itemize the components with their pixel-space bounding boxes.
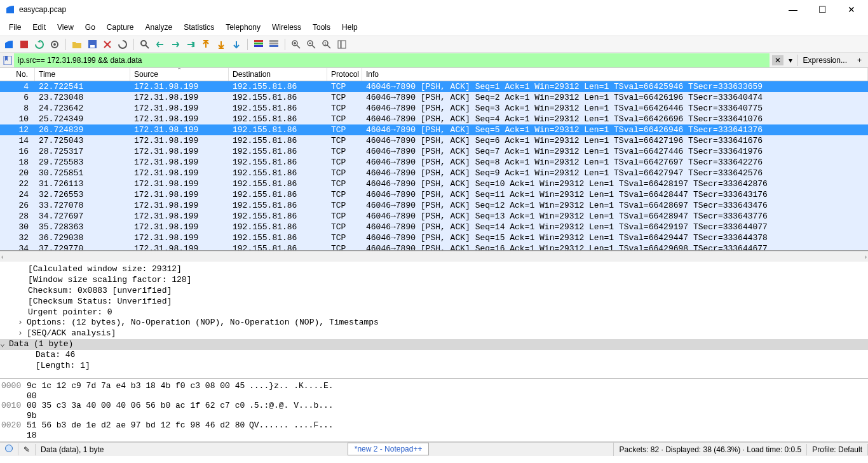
display-filter-input[interactable] xyxy=(14,53,770,67)
close-button[interactable]: ✕ xyxy=(843,4,860,15)
column-header-source[interactable]: Source xyxy=(130,68,229,81)
maximize-button[interactable]: ☐ xyxy=(813,4,831,15)
menu-go[interactable]: Go xyxy=(80,22,100,33)
toolbar-save-icon[interactable] xyxy=(86,38,98,51)
filter-bar: ✕ ▾ Expression... + xyxy=(0,53,868,68)
menubar: FileEditViewGoCaptureAnalyzeStatisticsTe… xyxy=(0,19,868,36)
toolbar-autoscroll2-icon[interactable] xyxy=(268,38,280,51)
toolbar-stop-capture-icon[interactable] xyxy=(18,38,31,51)
packet-row[interactable]: 2231.726113172.31.98.199192.155.81.86TCP… xyxy=(0,178,868,189)
menu-file[interactable]: File xyxy=(4,22,26,33)
toolbar-zoom-in-icon[interactable] xyxy=(290,38,302,51)
packet-row[interactable]: 623.723048172.31.98.199192.155.81.86TCP4… xyxy=(0,92,868,103)
statusbar: ✎ Data (data), 1 byte *new 2 - Notepad++… xyxy=(0,442,868,456)
column-header-destination[interactable]: Destination xyxy=(229,68,327,81)
packet-row[interactable]: 1628.725317172.31.98.199192.155.81.86TCP… xyxy=(0,146,868,157)
bookmark-filter-icon[interactable] xyxy=(1,54,14,67)
window-title: easycap.pcap xyxy=(19,5,784,14)
status-capture-filter-icon[interactable]: ✎ xyxy=(18,444,36,455)
menu-view[interactable]: View xyxy=(52,22,79,33)
taskbar-tab-notepadpp[interactable]: *new 2 - Notepad++ xyxy=(348,443,430,455)
tree-row[interactable]: Urgent pointer: 0 xyxy=(13,307,868,318)
wireshark-fin-icon xyxy=(5,4,15,15)
hex-line[interactable]: 001000 35 c3 3a 40 00 40 06 56 b0 ac 1f … xyxy=(1,401,867,420)
svg-rect-10 xyxy=(269,43,278,44)
toolbar-separator xyxy=(133,39,134,50)
tree-row[interactable]: Checksum: 0x0883 [unverified] xyxy=(13,286,868,297)
tree-row[interactable]: [Calculated window size: 29312] xyxy=(13,264,868,275)
packet-row[interactable]: 1829.725583172.31.98.199192.155.81.86TCP… xyxy=(0,157,868,168)
svg-rect-8 xyxy=(254,45,263,47)
toolbar-find-icon[interactable] xyxy=(139,38,151,51)
menu-wireless[interactable]: Wireless xyxy=(267,22,306,33)
column-header-no[interactable]: No. xyxy=(0,68,35,81)
titlebar: easycap.pcap — ☐ ✕ xyxy=(0,0,868,19)
filter-clear-button[interactable]: ✕ xyxy=(772,55,783,65)
tree-row[interactable]: [Checksum Status: Unverified] xyxy=(13,297,868,307)
toolbar-zoom-reset-icon[interactable]: 1 xyxy=(320,38,333,51)
packet-row[interactable]: 1025.724349172.31.98.199192.155.81.86TCP… xyxy=(0,114,868,124)
filter-expression-button[interactable]: Expression... xyxy=(797,55,852,66)
column-header-protocol[interactable]: Protocol xyxy=(327,68,362,81)
toolbar-close-icon[interactable] xyxy=(101,38,114,51)
main-toolbar: 1 xyxy=(0,36,868,53)
packet-list-pane[interactable]: No. Time Source Destination Protocol Inf… xyxy=(0,68,868,251)
menu-tools[interactable]: Tools xyxy=(308,22,336,33)
tree-row[interactable]: Data: 46 xyxy=(13,350,868,361)
toolbar-options-icon[interactable] xyxy=(48,38,61,51)
toolbar-open-icon[interactable] xyxy=(71,38,83,51)
toolbar-first-icon[interactable] xyxy=(200,38,212,51)
toolbar-autoscroll-icon[interactable] xyxy=(230,38,243,51)
toolbar-zoom-out-icon[interactable] xyxy=(305,38,318,51)
menu-statistics[interactable]: Statistics xyxy=(179,22,219,33)
filter-dropdown-icon[interactable]: ▾ xyxy=(785,55,796,66)
packet-row[interactable]: 1427.725043172.31.98.199192.155.81.86TCP… xyxy=(0,135,868,146)
toolbar-resize-columns-icon[interactable] xyxy=(336,38,348,51)
menu-edit[interactable]: Edit xyxy=(27,22,51,33)
svg-rect-17 xyxy=(341,41,346,48)
packet-row[interactable]: 1226.724839172.31.98.199192.155.81.86TCP… xyxy=(0,124,868,135)
column-header-time[interactable]: Time xyxy=(35,68,130,81)
menu-capture[interactable]: Capture xyxy=(102,22,139,33)
packet-row[interactable]: 3035.728363172.31.98.199192.155.81.86TCP… xyxy=(0,222,868,232)
tree-row[interactable]: [Length: 1] xyxy=(13,361,868,372)
packet-row[interactable]: 3437.729770172.31.98.199192.155.81.86TCP… xyxy=(0,243,868,251)
status-profile[interactable]: Profile: Default xyxy=(807,444,868,455)
toolbar-start-capture-icon[interactable] xyxy=(3,38,15,51)
packet-row[interactable]: 3236.729038172.31.98.199192.155.81.86TCP… xyxy=(0,232,868,243)
svg-rect-9 xyxy=(269,40,278,42)
toolbar-prev-icon[interactable] xyxy=(154,38,166,51)
status-packet-counts: Packets: 82 · Displayed: 38 (46.3%) · Lo… xyxy=(614,444,807,455)
toolbar-reload-icon[interactable] xyxy=(116,38,129,51)
packet-list-hscrollbar[interactable]: ‹› xyxy=(0,251,868,262)
tree-row[interactable]: [Window size scaling factor: 128] xyxy=(13,275,868,286)
menu-analyze[interactable]: Analyze xyxy=(140,22,178,33)
packet-row[interactable]: 2432.726553172.31.98.199192.155.81.86TCP… xyxy=(0,189,868,200)
column-header-info[interactable]: Info xyxy=(362,68,868,81)
packet-row[interactable]: 2633.727078172.31.98.199192.155.81.86TCP… xyxy=(0,200,868,211)
hex-line[interactable]: 00009c 1c 12 c9 7d 7a e4 b3 18 4b f0 c3 … xyxy=(1,381,867,401)
packet-hex-pane[interactable]: 00009c 1c 12 c9 7d 7a e4 b3 18 4b f0 c3 … xyxy=(0,379,868,442)
tree-row[interactable]: Options: (12 bytes), No-Operation (NOP),… xyxy=(13,318,868,328)
tree-row[interactable]: Data (1 byte) xyxy=(0,339,868,350)
tree-row[interactable]: [SEQ/ACK analysis] xyxy=(13,328,868,339)
minimize-button[interactable]: — xyxy=(784,4,802,15)
packet-row[interactable]: 2030.725851172.31.98.199192.155.81.86TCP… xyxy=(0,168,868,178)
hex-line[interactable]: 002051 56 b3 de 1e d2 ae 97 bd 12 fc 98 … xyxy=(1,420,867,440)
svg-rect-16 xyxy=(338,41,341,48)
toolbar-next-icon[interactable] xyxy=(169,38,182,51)
toolbar-separator xyxy=(65,39,66,50)
toolbar-jump-icon[interactable] xyxy=(184,38,197,51)
packet-row[interactable]: 824.723642172.31.98.199192.155.81.86TCP4… xyxy=(0,103,868,114)
scroll-left-icon: ‹ xyxy=(1,253,3,260)
toolbar-colorize-icon[interactable] xyxy=(252,38,265,51)
status-expert-icon[interactable] xyxy=(0,443,18,455)
packet-row[interactable]: 2834.727697172.31.98.199192.155.81.86TCP… xyxy=(0,211,868,222)
menu-help[interactable]: Help xyxy=(337,22,363,33)
menu-telephony[interactable]: Telephony xyxy=(220,22,266,33)
toolbar-last-icon[interactable] xyxy=(215,38,227,51)
toolbar-restart-capture-icon[interactable] xyxy=(33,38,46,51)
packet-details-pane[interactable]: [Calculated window size: 29312][Window s… xyxy=(0,262,868,379)
packet-row[interactable]: 422.722541172.31.98.199192.155.81.86TCP4… xyxy=(0,81,868,92)
filter-add-button[interactable]: + xyxy=(853,55,865,66)
